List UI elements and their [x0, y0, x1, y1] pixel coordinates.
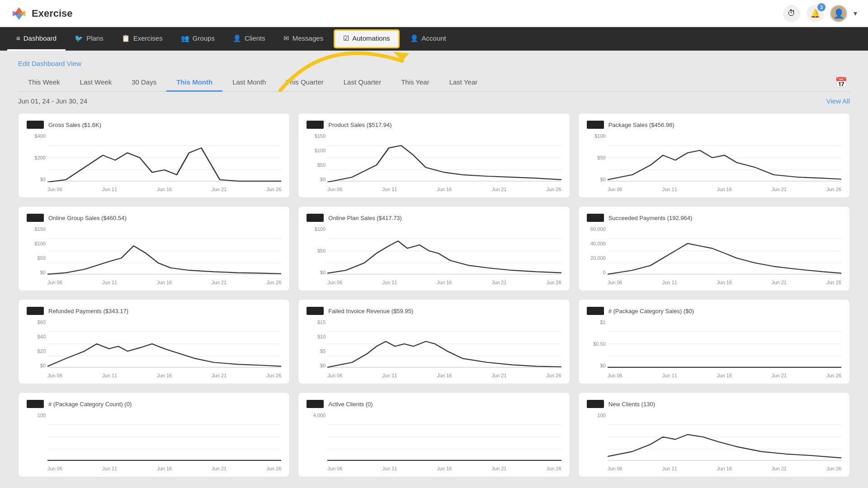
- x-axis-active_clients: Jun 06Jun 11Jun 16Jun 21Jun 26: [327, 466, 561, 471]
- chart-header-succeeded_payments: Succeeded Payments (192,964): [587, 214, 841, 222]
- chart-header-active_clients: Active Clients (0): [307, 400, 561, 408]
- y-axis-online_plan_sales: $100$50$0: [307, 226, 327, 275]
- chart-card-product_sales: Product Sales ($517.94)$150$100$50$0Jun …: [298, 113, 570, 198]
- date-range-text: Jun 01, 24 - Jun 30, 24: [18, 97, 87, 105]
- nav-item-messages[interactable]: ✉ Messages: [274, 27, 332, 51]
- chart-title-package_sales: Package Sales ($456.98): [609, 122, 675, 128]
- plans-icon: 🐦: [75, 34, 83, 42]
- chart-card-succeeded_payments: Succeeded Payments (192,964)60,00040,000…: [578, 206, 850, 291]
- chevron-down-icon[interactable]: ▾: [854, 9, 857, 18]
- chart-card-refunded_payments: Refunded Payments ($343.17)$60$40$20$0Ju…: [18, 299, 290, 384]
- messages-icon: ✉: [283, 34, 289, 42]
- chart-header-package_category_sales: # (Package Category Sales) ($0): [587, 307, 841, 315]
- chart-area-gross_sales: $400$200$0Jun 06Jun 11Jun 16Jun 21Jun 26: [27, 133, 281, 192]
- y-axis-refunded_payments: $60$40$20$0: [27, 319, 47, 368]
- chart-area-product_sales: $150$100$50$0Jun 06Jun 11Jun 16Jun 21Jun…: [307, 133, 561, 192]
- x-axis-package_category_sales: Jun 06Jun 11Jun 16Jun 21Jun 26: [608, 373, 841, 378]
- view-all-link[interactable]: View All: [826, 97, 850, 105]
- y-axis-product_sales: $150$100$50$0: [307, 133, 327, 182]
- tab-this-month[interactable]: This Month: [166, 74, 222, 92]
- x-axis-refunded_payments: Jun 06Jun 11Jun 16Jun 21Jun 26: [47, 373, 281, 378]
- chart-legend-package_category_count: [27, 400, 44, 408]
- nav-item-groups[interactable]: 👥 Groups: [172, 27, 224, 51]
- timer-button[interactable]: ⏱: [783, 5, 800, 22]
- edit-dashboard-link[interactable]: Edit Dashboard View: [18, 60, 81, 67]
- chart-header-online_group_sales: Online Group Sales ($460.54): [27, 214, 281, 222]
- chart-header-gross_sales: Gross Sales ($1.6K): [27, 121, 281, 129]
- chart-area-new_clients: 100Jun 06Jun 11Jun 16Jun 21Jun 26: [587, 413, 841, 471]
- chart-title-online_plan_sales: Online Plan Sales ($417.73): [328, 215, 402, 221]
- x-axis-package_category_count: Jun 06Jun 11Jun 16Jun 21Jun 26: [47, 466, 281, 471]
- chart-area-succeeded_payments: 60,00040,00020,0000Jun 06Jun 11Jun 16Jun…: [587, 226, 841, 285]
- chart-legend-active_clients: [307, 400, 324, 408]
- chart-area-package_category_count: 100Jun 06Jun 11Jun 16Jun 21Jun 26: [27, 413, 281, 471]
- tab-this-week[interactable]: This Week: [18, 74, 70, 92]
- chart-card-active_clients: Active Clients (0)4,000Jun 06Jun 11Jun 1…: [298, 392, 570, 477]
- nav-item-automations[interactable]: ☑ Automations: [334, 30, 399, 48]
- tab-last-year[interactable]: Last Year: [439, 74, 488, 92]
- x-axis-product_sales: Jun 06Jun 11Jun 16Jun 21Jun 26: [327, 187, 561, 192]
- chart-area-refunded_payments: $60$40$20$0Jun 06Jun 11Jun 16Jun 21Jun 2…: [27, 319, 281, 378]
- chart-legend-package_category_sales: [587, 307, 604, 315]
- tab-30-days[interactable]: 30 Days: [122, 74, 166, 92]
- date-tabs: This Week Last Week 30 Days This Month L…: [18, 74, 850, 92]
- notifications-wrapper: 🔔 3: [807, 5, 824, 22]
- logo-area: Exercise: [11, 5, 73, 22]
- tab-last-quarter[interactable]: Last Quarter: [334, 74, 391, 92]
- calendar-icon[interactable]: 📅: [832, 74, 850, 91]
- chart-legend-product_sales: [307, 121, 324, 129]
- chart-legend-gross_sales: [27, 121, 44, 129]
- nav-label-groups: Groups: [193, 34, 215, 42]
- chart-title-product_sales: Product Sales ($517.94): [328, 122, 392, 128]
- tab-this-year[interactable]: This Year: [391, 74, 439, 92]
- chart-header-online_plan_sales: Online Plan Sales ($417.73): [307, 214, 561, 222]
- nav-item-plans[interactable]: 🐦 Plans: [66, 27, 113, 51]
- nav-label-clients: Clients: [245, 34, 265, 42]
- tab-this-quarter[interactable]: This Quarter: [276, 74, 333, 92]
- chart-area-package_category_sales: $1$0.50$0Jun 06Jun 11Jun 16Jun 21Jun 26: [587, 319, 841, 378]
- avatar[interactable]: 👤: [830, 5, 847, 22]
- nav-item-account[interactable]: 👤 Account: [401, 27, 455, 51]
- chart-legend-failed_invoice: [307, 307, 324, 315]
- chart-header-refunded_payments: Refunded Payments ($343.17): [27, 307, 281, 315]
- chart-title-succeeded_payments: Succeeded Payments (192,964): [609, 215, 693, 221]
- y-axis-active_clients: 4,000: [307, 413, 327, 461]
- y-axis-succeeded_payments: 60,00040,00020,0000: [587, 226, 608, 275]
- chart-area-online_group_sales: $150$100$50$0Jun 06Jun 11Jun 16Jun 21Jun…: [27, 226, 281, 285]
- nav-item-dashboard[interactable]: ≡ Dashboard: [7, 27, 66, 51]
- chart-card-new_clients: New Clients (130)100Jun 06Jun 11Jun 16Ju…: [578, 392, 850, 477]
- chart-header-failed_invoice: Failed Invoice Revenue ($59.95): [307, 307, 561, 315]
- nav-label-dashboard: Dashboard: [24, 34, 57, 42]
- account-icon: 👤: [410, 34, 419, 42]
- dashboard-icon: ≡: [16, 34, 20, 42]
- exercises-icon: 📋: [122, 34, 130, 42]
- chart-legend-new_clients: [587, 400, 604, 408]
- groups-icon: 👥: [181, 34, 189, 42]
- chart-header-package_sales: Package Sales ($456.98): [587, 121, 841, 129]
- chart-area-failed_invoice: $15$10$5$0Jun 06Jun 11Jun 16Jun 21Jun 26: [307, 319, 561, 378]
- x-axis-new_clients: Jun 06Jun 11Jun 16Jun 21Jun 26: [608, 466, 841, 471]
- app-logo-icon: [11, 5, 27, 22]
- y-axis-failed_invoice: $15$10$5$0: [307, 319, 327, 368]
- nav-label-account: Account: [422, 34, 446, 42]
- nav-label-messages: Messages: [292, 34, 323, 42]
- chart-card-online_plan_sales: Online Plan Sales ($417.73)$100$50$0Jun …: [298, 206, 570, 291]
- chart-header-new_clients: New Clients (130): [587, 400, 841, 408]
- x-axis-gross_sales: Jun 06Jun 11Jun 16Jun 21Jun 26: [47, 187, 281, 192]
- nav-item-clients[interactable]: 👤 Clients: [224, 27, 274, 51]
- nav-label-exercises: Exercises: [133, 34, 163, 42]
- x-axis-failed_invoice: Jun 06Jun 11Jun 16Jun 21Jun 26: [327, 373, 561, 378]
- chart-header-package_category_count: # (Package Category Count) (0): [27, 400, 281, 408]
- nav-label-plans: Plans: [86, 34, 104, 42]
- tab-last-week[interactable]: Last Week: [70, 74, 122, 92]
- chart-area-online_plan_sales: $100$50$0Jun 06Jun 11Jun 16Jun 21Jun 26: [307, 226, 561, 285]
- chart-title-online_group_sales: Online Group Sales ($460.54): [48, 215, 127, 221]
- nav-item-exercises[interactable]: 📋 Exercises: [113, 27, 172, 51]
- chart-legend-online_group_sales: [27, 214, 44, 222]
- tab-last-month[interactable]: Last Month: [222, 74, 276, 92]
- top-bar: Exercise ⏱ 🔔 3 👤 ▾: [0, 0, 868, 27]
- chart-legend-online_plan_sales: [307, 214, 324, 222]
- chart-title-active_clients: Active Clients (0): [328, 401, 373, 408]
- x-axis-online_plan_sales: Jun 06Jun 11Jun 16Jun 21Jun 26: [327, 280, 561, 285]
- top-right-actions: ⏱ 🔔 3 👤 ▾: [783, 5, 857, 22]
